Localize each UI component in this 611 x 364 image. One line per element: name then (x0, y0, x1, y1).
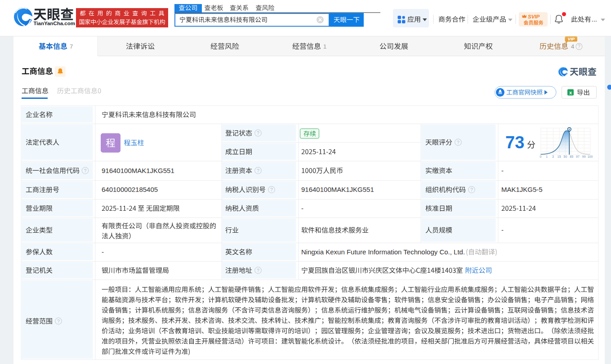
svg-text:-: - (501, 167, 504, 174)
svg-text:15: 15 (557, 155, 561, 158)
svg-text:1: 1 (546, 155, 548, 158)
svg-text:50: 50 (564, 155, 567, 158)
svg-text:...: ... (592, 15, 598, 23)
svg-text:7: 7 (70, 43, 73, 50)
svg-text:4: 4 (571, 43, 574, 50)
svg-text:0: 0 (540, 155, 542, 158)
svg-text:TianYanCha.com: TianYanCha.com (34, 21, 75, 26)
svg-text:85: 85 (570, 155, 573, 158)
svg-text:?: ? (257, 130, 259, 136)
svg-text:Ningxia Kexun Future Informati: Ningxia Kexun Future Information Technol… (301, 248, 465, 256)
svg-text:?: ? (257, 168, 259, 173)
svg-text:99: 99 (582, 155, 586, 158)
svg-text:91640100MAK1JKG551: 91640100MAK1JKG551 (102, 167, 174, 174)
svg-text:-: - (501, 226, 504, 234)
svg-text:?: ? (270, 187, 273, 192)
svg-text:?: ? (470, 187, 473, 192)
svg-text:MAK1JKG5-5: MAK1JKG5-5 (501, 186, 543, 193)
svg-text:-: - (301, 204, 303, 212)
svg-text:?: ? (457, 140, 459, 145)
svg-text:x: x (569, 90, 572, 95)
svg-text:?: ? (84, 168, 87, 173)
svg-text:?: ? (57, 319, 60, 324)
svg-text:73: 73 (505, 133, 524, 152)
svg-text:1: 1 (323, 43, 326, 50)
svg-text:-: - (102, 248, 104, 256)
svg-text:100: 100 (588, 155, 593, 158)
svg-text:91640100MAK1JKG551: 91640100MAK1JKG551 (301, 186, 374, 193)
svg-text:VIP: VIP (568, 36, 575, 41)
svg-text:?: ? (257, 268, 259, 273)
svg-text:640100002185405: 640100002185405 (102, 186, 158, 193)
svg-text:3: 3 (552, 155, 554, 158)
svg-text:SVIP: SVIP (528, 14, 540, 19)
svg-text:97: 97 (576, 155, 580, 158)
svg-text:?: ? (578, 44, 580, 49)
